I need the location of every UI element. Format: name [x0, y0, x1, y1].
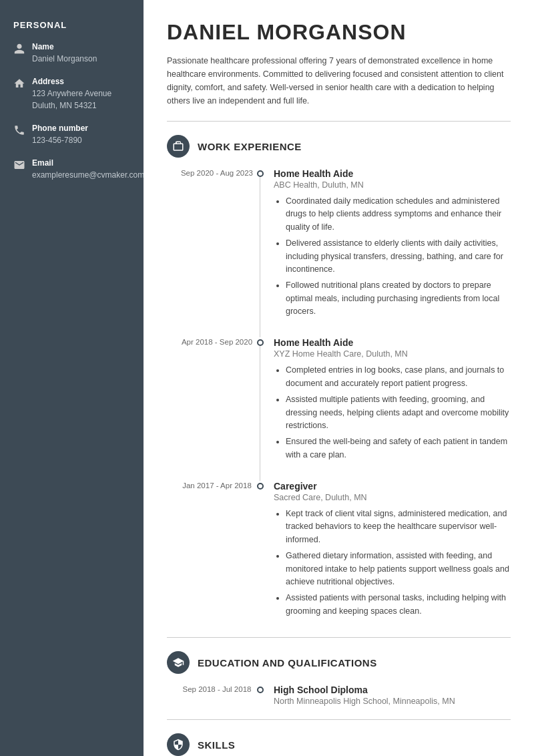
work-entry-3-bullets: Kept track of client vital signs, admini… [274, 508, 511, 618]
resume-summary: Passionate healthcare professional offer… [167, 54, 511, 108]
email-icon [13, 159, 25, 171]
education-section-title: EDUCATION AND QUALIFICATIONS [198, 657, 377, 669]
work-entry-2-bullets: Completed entries in log books, case pla… [274, 364, 511, 461]
sidebar-name-content: Name Daniel Morganson [32, 42, 97, 65]
list-item: Assisted patients with personal tasks, i… [286, 592, 511, 618]
edu-entry-1: Sep 2018 - Jul 2018 High School Diploma … [174, 685, 511, 706]
sidebar-address-content: Address 123 Anywhere AvenueDuluth, MN 54… [32, 77, 111, 112]
sidebar-section-title: PERSONAL [13, 20, 130, 30]
edu-entry-1-dot [257, 687, 264, 693]
education-section-header: EDUCATION AND QUALIFICATIONS [167, 651, 511, 674]
work-icon-circle [167, 135, 190, 158]
list-item: Completed entries in log books, case pla… [286, 364, 511, 390]
work-entry-2-left: Apr 2018 - Sep 2020 [174, 337, 260, 465]
sidebar-item-phone: Phone number 123-456-7890 [13, 124, 130, 146]
skills-section-header: SKILLS [167, 733, 511, 756]
education-timeline: Sep 2018 - Jul 2018 High School Diploma … [167, 685, 511, 706]
work-section-header: WORK EXPERIENCE [167, 135, 511, 158]
main-content: DANIEL MORGANSON Passionate healthcare p… [144, 0, 534, 756]
name-value: Daniel Morganson [32, 53, 97, 65]
work-entry-3-content: Caregiver Sacred Care, Duluth, MN Kept t… [260, 481, 511, 621]
edu-entry-1-degree: High School Diploma [274, 685, 511, 695]
sidebar-item-name: Name Daniel Morganson [13, 42, 130, 65]
resume-name: DANIEL MORGANSON [167, 20, 511, 45]
work-entry-2-title: Home Health Aide [274, 337, 511, 348]
education-icon-circle [167, 651, 190, 674]
skills-icon [172, 739, 184, 751]
skills-icon-circle [167, 733, 190, 756]
email-value: exampleresume@cvmaker.com [32, 169, 144, 181]
edu-entry-1-content: High School Diploma North Minneapolis Hi… [260, 685, 511, 706]
sidebar: PERSONAL Name Daniel Morganson Address 1… [0, 0, 144, 756]
work-entry-2-company: XYZ Home Health Care, Duluth, MN [274, 349, 511, 359]
list-item: Assisted multiple patients with feeding,… [286, 393, 511, 432]
email-label: Email [32, 158, 144, 168]
work-entry-3-left: Jan 2017 - Apr 2018 [174, 481, 260, 621]
work-entry-1: Sep 2020 - Aug 2023 Home Health Aide ABC… [174, 168, 511, 321]
work-timeline: Sep 2020 - Aug 2023 Home Health Aide ABC… [167, 168, 511, 621]
phone-value: 123-456-7890 [32, 134, 88, 146]
work-entry-1-content: Home Health Aide ABC Health, Duluth, MN … [260, 168, 511, 321]
skills-section: SKILLS Feeding assistance ★ ★ ★ ★ ★ Seni… [167, 733, 511, 756]
divider-education [167, 637, 511, 638]
home-icon [13, 77, 25, 89]
list-item: Delivered assistance to elderly clients … [286, 237, 511, 276]
work-entry-3-date: Jan 2017 - Apr 2018 [182, 482, 252, 490]
work-entry-3-title: Caregiver [274, 481, 511, 492]
work-entry-3-dot [257, 483, 264, 490]
work-entry-1-date: Sep 2020 - Aug 2023 [181, 169, 253, 177]
work-entry-1-line [260, 176, 260, 337]
work-experience-section: WORK EXPERIENCE Sep 2020 - Aug 2023 Home… [167, 135, 511, 621]
education-section: EDUCATION AND QUALIFICATIONS Sep 2018 - … [167, 651, 511, 706]
edu-entry-1-school: North Minneapolis High School, Minneapol… [274, 697, 511, 706]
work-entry-1-bullets: Coordinated daily medication schedules a… [274, 195, 511, 318]
person-icon [13, 43, 25, 55]
phone-icon [13, 124, 25, 136]
sidebar-item-email: Email exampleresume@cvmaker.com [13, 158, 130, 181]
address-label: Address [32, 77, 111, 86]
work-entry-3-company: Sacred Care, Duluth, MN [274, 493, 511, 502]
work-entry-1-left: Sep 2020 - Aug 2023 [174, 168, 260, 321]
divider-skills [167, 719, 511, 720]
work-entry-2: Apr 2018 - Sep 2020 Home Health Aide XYZ… [174, 337, 511, 465]
graduation-icon [172, 656, 184, 669]
work-section-title: WORK EXPERIENCE [198, 141, 302, 152]
list-item: Kept track of client vital signs, admini… [286, 508, 511, 546]
work-entry-1-dot [257, 170, 264, 177]
list-item: Coordinated daily medication schedules a… [286, 195, 511, 234]
skills-section-title: SKILLS [198, 739, 235, 751]
edu-entry-1-left: Sep 2018 - Jul 2018 [174, 685, 260, 706]
edu-entry-1-date: Sep 2018 - Jul 2018 [183, 685, 252, 693]
work-entry-2-content: Home Health Aide XYZ Home Health Care, D… [260, 337, 511, 465]
work-entry-1-company: ABC Health, Duluth, MN [274, 180, 511, 190]
work-entry-2-line [260, 345, 260, 481]
work-entry-3: Jan 2017 - Apr 2018 Caregiver Sacred Car… [174, 481, 511, 621]
sidebar-item-address: Address 123 Anywhere AvenueDuluth, MN 54… [13, 77, 130, 112]
list-item: Gathered dietary information, assisted w… [286, 550, 511, 588]
divider-work [167, 121, 511, 122]
briefcase-icon [172, 140, 184, 152]
work-entry-1-title: Home Health Aide [274, 168, 511, 179]
name-label: Name [32, 42, 97, 51]
work-entry-2-date: Apr 2018 - Sep 2020 [182, 338, 252, 346]
sidebar-phone-content: Phone number 123-456-7890 [32, 124, 88, 146]
sidebar-email-content: Email exampleresume@cvmaker.com [32, 158, 144, 181]
phone-label: Phone number [32, 124, 88, 133]
list-item: Followed nutritional plans created by do… [286, 279, 511, 318]
address-value: 123 Anywhere AvenueDuluth, MN 54321 [32, 87, 111, 112]
list-item: Ensured the well-being and safety of eac… [286, 435, 511, 461]
